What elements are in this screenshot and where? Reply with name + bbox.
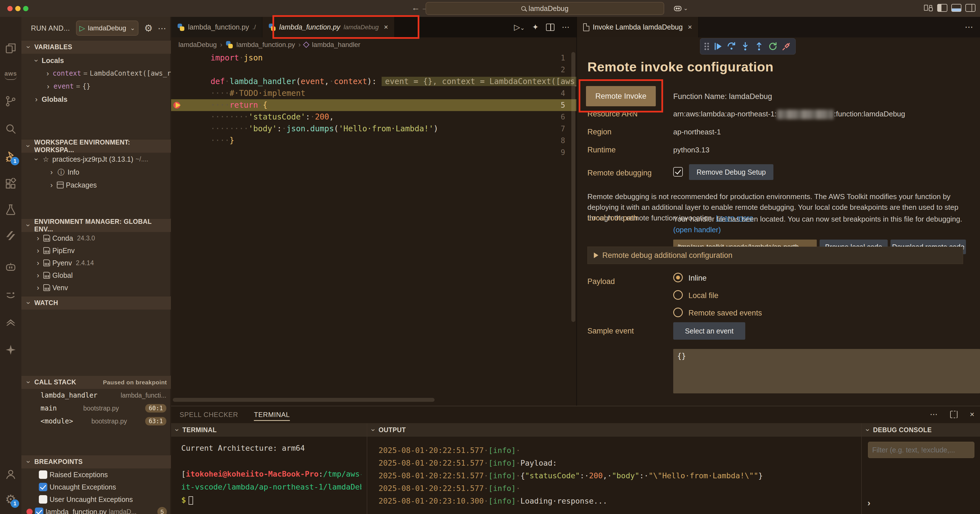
accounts-icon[interactable] bbox=[0, 463, 21, 485]
panel-more-icon[interactable]: ⋯ bbox=[965, 22, 973, 32]
tab-invoke-lambda[interactable]: Invoke Lambda lamdaDebug × bbox=[577, 17, 698, 37]
terminal-pane-header[interactable]: › TERMINAL bbox=[171, 423, 367, 437]
tab-lambda-function-local[interactable]: lambda_function.py ./ bbox=[171, 17, 262, 37]
code-editor[interactable]: 1import·json23def·lambda_handler(event,·… bbox=[171, 52, 576, 415]
toggle-secondary-sidebar-icon[interactable] bbox=[966, 4, 975, 12]
code-line-9[interactable]: 9 bbox=[171, 146, 576, 158]
editor-vertical-scrollbar[interactable] bbox=[571, 52, 575, 322]
code-line-3[interactable]: 3def·lambda_handler(event,·context):even… bbox=[171, 76, 576, 87]
output-pane-header[interactable]: › OUTPUT bbox=[367, 423, 861, 437]
tree-item-env-root[interactable]: ›☆practices-jxz9rpJt (3.13.1)~/.... bbox=[21, 153, 171, 166]
payload-local-file-radio[interactable] bbox=[673, 290, 683, 300]
gutter[interactable] bbox=[171, 135, 208, 146]
code-line-4[interactable]: 4····#·TODO·implement bbox=[171, 87, 576, 99]
extensions-icon[interactable] bbox=[0, 173, 21, 195]
breakpoints-section-header[interactable]: › BREAKPOINTS bbox=[21, 455, 171, 468]
debug-console-filter-input[interactable] bbox=[868, 442, 974, 458]
breakpoint-checkbox[interactable] bbox=[39, 470, 47, 479]
gutter[interactable] bbox=[171, 99, 208, 111]
select-event-button[interactable]: Select an event bbox=[673, 322, 745, 339]
open-handler-link[interactable]: (open handler) bbox=[673, 225, 721, 234]
code-line-5[interactable]: 5····return·{ bbox=[171, 99, 576, 111]
code-line-1[interactable]: 1import·json bbox=[171, 52, 576, 64]
gutter[interactable] bbox=[171, 146, 208, 158]
sparkle-icon[interactable]: ✦ bbox=[532, 22, 539, 32]
env-manager-section-header[interactable]: › ENVIRONMENT MANAGER: GLOBAL ENV... bbox=[21, 219, 171, 232]
remove-debug-setup-button[interactable]: Remove Debug Setup bbox=[689, 164, 773, 180]
gutter[interactable] bbox=[171, 64, 208, 76]
code-line-6[interactable]: 6········'statusCode':·200, bbox=[171, 111, 576, 123]
breakpoint-checkbox[interactable] bbox=[39, 495, 47, 504]
breakpoint-checkbox[interactable] bbox=[35, 508, 43, 514]
gutter[interactable] bbox=[171, 123, 208, 135]
gutter[interactable] bbox=[171, 111, 208, 123]
payload-local-file-label[interactable]: Local file bbox=[689, 291, 719, 300]
call-stack-section-header[interactable]: › CALL STACK Paused on breakpoint bbox=[21, 375, 171, 389]
debug-console-pane-header[interactable]: › DEBUG CONSOLE bbox=[862, 423, 980, 437]
debug-disconnect-icon[interactable] bbox=[781, 41, 791, 51]
call-stack-frame[interactable]: lambda_handlerlambda_functi... bbox=[21, 389, 171, 402]
tree-item-locals[interactable]: ›Locals bbox=[21, 54, 171, 67]
breadcrumb-file[interactable]: lambda_function.py bbox=[236, 41, 295, 49]
command-center-search[interactable]: lamdaDebug bbox=[426, 2, 664, 15]
remote-debug-additional-config[interactable]: Remote debug additional configuration bbox=[587, 247, 963, 264]
env-manager-item-conda[interactable]: ›Conda24.3.0 bbox=[21, 232, 171, 244]
robot-assistant-icon[interactable] bbox=[0, 257, 21, 278]
breakpoint-row[interactable]: Uncaught Exceptions bbox=[21, 481, 171, 493]
sidebar-more-icon[interactable]: ⋯ bbox=[158, 23, 167, 33]
payload-inline-radio[interactable] bbox=[673, 273, 683, 282]
settings-gear-icon[interactable]: ⚙ 1 bbox=[0, 489, 21, 510]
code-line-2[interactable]: 2 bbox=[171, 64, 576, 76]
run-python-file-icon[interactable]: ▷⌄ bbox=[514, 22, 525, 32]
traffic-minimize-button[interactable] bbox=[15, 6, 21, 11]
breakpoint-row[interactable]: Raised Exceptions bbox=[21, 468, 171, 481]
debug-continue-icon[interactable] bbox=[713, 41, 723, 51]
breakpoint-row[interactable]: User Uncaught Exceptions bbox=[21, 493, 171, 506]
debug-restart-icon[interactable] bbox=[768, 41, 778, 51]
sparkle-assistant-icon[interactable] bbox=[0, 339, 21, 360]
debug-settings-gear-icon[interactable]: ⚙ bbox=[144, 22, 153, 34]
debug-step-into-icon[interactable] bbox=[740, 41, 750, 51]
traffic-close-button[interactable] bbox=[7, 6, 13, 11]
variable-row[interactable]: ›context=LambdaContext([aws_req… bbox=[21, 67, 171, 80]
tree-item-globals[interactable]: ›Globals bbox=[21, 93, 171, 106]
copilot-menu[interactable]: ⌄ bbox=[673, 4, 688, 13]
stripes-extension-icon[interactable] bbox=[0, 225, 21, 246]
gutter[interactable] bbox=[171, 52, 208, 64]
sample-event-textarea[interactable]: {} bbox=[673, 349, 980, 393]
variables-section-header[interactable]: › VARIABLES bbox=[21, 40, 171, 54]
search-icon[interactable] bbox=[0, 118, 21, 140]
env-manager-item-global[interactable]: ›Global bbox=[21, 269, 171, 281]
toggle-primary-sidebar-icon[interactable] bbox=[937, 4, 947, 12]
remote-debugging-checkbox[interactable] bbox=[673, 167, 683, 176]
env-manager-item-venv[interactable]: ›Venv bbox=[21, 281, 171, 294]
gutter[interactable] bbox=[171, 76, 208, 87]
debug-step-out-icon[interactable] bbox=[754, 41, 764, 51]
watch-section-header[interactable]: › WATCH bbox=[21, 296, 171, 309]
terminal-pane[interactable]: Current Architecture: arm64[itokohei@koh… bbox=[181, 437, 361, 514]
breadcrumb-folder[interactable]: lamdaDebug bbox=[178, 41, 217, 49]
toolbar-drag-handle[interactable] bbox=[705, 43, 709, 50]
breadcrumb-symbol[interactable]: lambda_handler bbox=[312, 41, 360, 49]
explorer-icon[interactable] bbox=[0, 38, 21, 59]
editor-horizontal-scrollbar[interactable] bbox=[173, 398, 434, 402]
code-line-7[interactable]: 7········'body':·json.dumps('Hello·from·… bbox=[171, 123, 576, 135]
aws-icon[interactable]: aws bbox=[0, 64, 21, 86]
start-debug-icon[interactable]: ▷ bbox=[80, 24, 85, 33]
run-and-debug-icon[interactable]: 1 bbox=[0, 146, 21, 168]
variable-row[interactable]: ›event={} bbox=[21, 80, 171, 93]
tab-spell-checker[interactable]: SPELL CHECKER bbox=[180, 406, 238, 423]
code-line-8[interactable]: 8····} bbox=[171, 135, 576, 146]
payload-remote-saved-label[interactable]: Remote saved events bbox=[689, 309, 762, 317]
gutter[interactable] bbox=[171, 87, 208, 99]
breadcrumb[interactable]: lamdaDebug › lambda_function.py › lambda… bbox=[171, 37, 576, 52]
source-control-icon[interactable] bbox=[0, 90, 21, 112]
nav-back-icon[interactable]: ← bbox=[412, 3, 420, 13]
tab-terminal[interactable]: TERMINAL bbox=[254, 406, 290, 423]
debug-step-over-icon[interactable] bbox=[727, 41, 736, 51]
tab-close-icon[interactable]: × bbox=[688, 23, 692, 32]
payload-remote-saved-radio[interactable] bbox=[673, 308, 683, 317]
close-panel-icon[interactable]: × bbox=[970, 410, 974, 419]
breakpoint-row[interactable]: lambda_function.pylamdaD...5 bbox=[21, 506, 171, 514]
testing-flask-icon[interactable] bbox=[0, 199, 21, 221]
